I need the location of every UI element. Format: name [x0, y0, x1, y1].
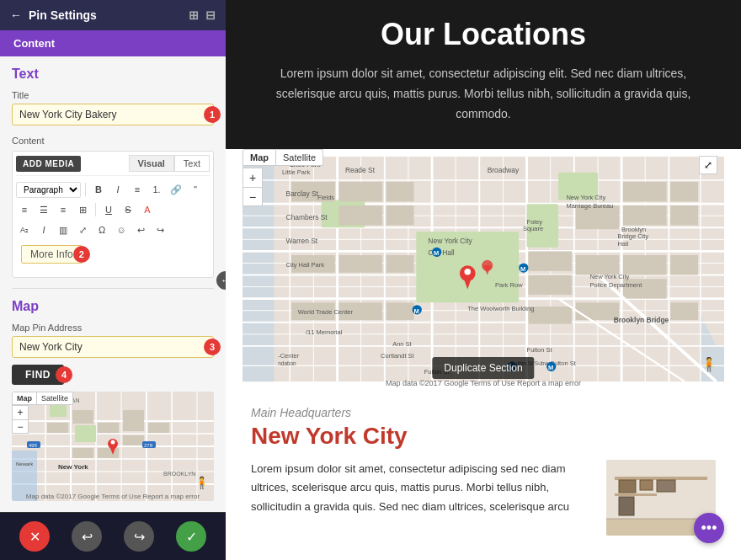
content-tab[interactable]: Content — [0, 30, 226, 56]
italic2-button[interactable]: I — [35, 221, 52, 238]
svg-rect-100 — [670, 303, 698, 321]
svg-text:M: M — [548, 364, 553, 371]
add-media-button[interactable]: ADD MEDIA — [16, 156, 81, 172]
view-tabs: Visual Text — [129, 155, 210, 172]
redo-button-footer[interactable]: ↪ — [124, 521, 154, 552]
mini-map-type-map[interactable]: Map — [13, 392, 36, 404]
mini-map-type: Map Satellite — [12, 392, 73, 405]
fab-button[interactable]: ••• — [694, 513, 724, 543]
back-icon[interactable]: ← — [10, 8, 22, 22]
panel-footer: ✕ ↩ ↪ ✓ — [0, 512, 226, 560]
right-content: Our Locations Lorem ipsum dolor sit amet… — [226, 0, 741, 560]
undo-button[interactable]: ↩ — [132, 221, 149, 238]
svg-text:M: M — [520, 265, 525, 273]
svg-rect-85 — [576, 255, 620, 275]
mini-pegman-icon[interactable]: 🧍 — [195, 476, 209, 489]
svg-rect-94 — [386, 303, 414, 321]
panel-header-icons: ⊞ ⊟ — [189, 8, 216, 22]
svg-rect-99 — [670, 255, 698, 275]
svg-text:Newark: Newark — [16, 461, 34, 467]
ordered-list-button[interactable]: 1. — [148, 181, 165, 198]
undo-button-footer[interactable]: ↩ — [72, 521, 102, 552]
align-center-button[interactable]: ☰ — [35, 201, 52, 218]
subscript-button[interactable]: A₂ — [16, 221, 33, 238]
visual-tab[interactable]: Visual — [129, 155, 174, 172]
format-row-1: Paragraph B I ≡ 1. 🔗 " — [16, 179, 210, 200]
svg-rect-18 — [72, 410, 93, 424]
duplicate-section-button[interactable]: Duplicate Section — [432, 357, 534, 379]
underline-button[interactable]: U — [100, 201, 117, 218]
columns-button[interactable]: ▥ — [55, 221, 72, 238]
svg-text:City Hall Park: City Hall Park — [286, 262, 325, 269]
hero-section: Our Locations Lorem ipsum dolor sit amet… — [226, 0, 741, 149]
zoom-in-button[interactable]: + — [243, 168, 262, 187]
svg-rect-153 — [615, 477, 707, 480]
main-map-container[interactable]: Barclay St Chambers St Warren St City Ha… — [243, 149, 724, 389]
format-row-3: A₂ I ▥ ⤢ Ω ☺ ↩ ↪ — [16, 220, 210, 240]
confirm-button[interactable]: ✓ — [176, 521, 206, 552]
map-expand-icon[interactable]: ⤢ — [699, 156, 717, 174]
mini-map: MANHATTAN Newark New York 495 278 BROOKL… — [12, 392, 214, 501]
svg-text:Ann St: Ann St — [392, 340, 412, 348]
svg-rect-157 — [619, 497, 634, 515]
map-type-bar: Map Satellite — [243, 149, 323, 166]
editor-area[interactable]: More Info 2 — [16, 240, 210, 274]
hero-description: Lorem ipsum dolor sit amet, consectetur … — [273, 64, 694, 124]
location-subtitle: Main Headquarters — [251, 406, 716, 419]
expand-icon[interactable]: ⊞ — [189, 8, 199, 22]
svg-text:Park Row: Park Row — [495, 281, 523, 289]
cancel-button[interactable]: ✕ — [19, 521, 50, 552]
emoji-button[interactable]: ☺ — [113, 221, 130, 238]
zoom-out-button[interactable]: − — [243, 187, 262, 205]
svg-rect-154 — [615, 493, 657, 496]
svg-rect-23 — [98, 448, 119, 458]
panel-header: ← Pin Settings ⊞ ⊟ — [0, 0, 226, 30]
mini-map-type-satellite[interactable]: Satellite — [36, 392, 72, 404]
table-button[interactable]: ⊞ — [74, 201, 91, 218]
italic-button[interactable]: I — [109, 181, 126, 198]
map-pin-badge: 3 — [204, 339, 221, 355]
map-type-map[interactable]: Map — [243, 150, 275, 165]
title-input[interactable] — [12, 104, 214, 125]
map-address-input[interactable] — [12, 336, 214, 358]
redo-button[interactable]: ↪ — [152, 221, 168, 238]
svg-text:M: M — [413, 307, 418, 315]
svg-rect-16 — [75, 425, 96, 442]
svg-text:Hall: Hall — [617, 240, 628, 248]
svg-text:ndation: ndation — [278, 361, 296, 367]
map-copyright: Map data ©2017 Google Terms of Use Repor… — [243, 379, 724, 387]
svg-rect-98 — [670, 205, 698, 225]
title-label: Title — [12, 90, 214, 100]
mini-zoom-out[interactable]: − — [13, 419, 28, 433]
quote-button[interactable]: " — [187, 181, 204, 198]
align-left-button[interactable]: ≡ — [16, 201, 33, 218]
map-type-satellite[interactable]: Satellite — [275, 150, 323, 165]
mini-map-copyright: Map data ©2017 Google Terms of Use Repor… — [12, 493, 214, 500]
align-right-button[interactable]: ≡ — [55, 201, 72, 218]
link-button[interactable]: 🔗 — [168, 181, 184, 198]
svg-text:New York: New York — [58, 463, 88, 471]
svg-rect-80 — [386, 255, 414, 273]
strikethrough-button[interactable]: S — [120, 201, 136, 218]
svg-rect-90 — [339, 255, 382, 273]
svg-text:Fields: Fields — [317, 195, 334, 202]
special-char-button[interactable]: Ω — [93, 221, 110, 238]
svg-text:-Center: -Center — [278, 352, 300, 360]
pegman-icon[interactable]: 🧍 — [701, 356, 717, 372]
unordered-list-button[interactable]: ≡ — [129, 181, 146, 198]
bold-button[interactable]: B — [90, 181, 107, 198]
separator-2 — [95, 203, 96, 216]
svg-rect-86 — [623, 182, 667, 201]
mini-zoom-in[interactable]: + — [13, 406, 28, 419]
svg-text:/11 Memorial: /11 Memorial — [306, 328, 343, 336]
svg-text:Brooklyn Bridge: Brooklyn Bridge — [614, 316, 669, 324]
title-badge: 1 — [204, 106, 221, 123]
svg-text:Warren St: Warren St — [286, 237, 318, 245]
map-section-title: Map — [12, 299, 214, 314]
text-section-title: Text — [12, 67, 214, 82]
text-color-button[interactable]: A — [139, 201, 156, 218]
text-tab[interactable]: Text — [174, 155, 210, 172]
collapse-icon[interactable]: ⊟ — [205, 8, 216, 22]
fullscreen-button[interactable]: ⤢ — [74, 221, 91, 238]
paragraph-select[interactable]: Paragraph — [16, 182, 81, 198]
